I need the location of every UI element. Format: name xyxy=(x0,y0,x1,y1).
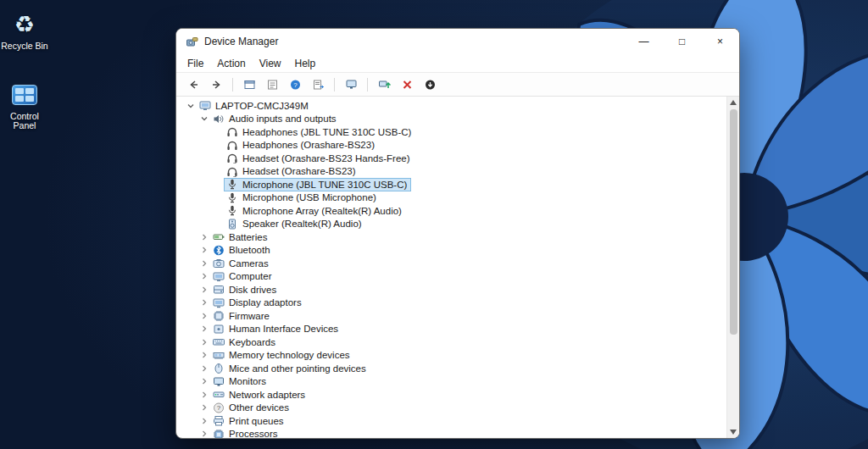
minimize-button[interactable]: — xyxy=(625,29,663,54)
scrollbar-thumb[interactable] xyxy=(730,109,737,335)
update-driver-button[interactable] xyxy=(374,75,394,94)
tree-item-body[interactable]: Headset (Orashare-BS23 Hands-Free) xyxy=(224,152,415,165)
show-console-tree-button[interactable] xyxy=(239,75,259,94)
tree-item-body[interactable]: Batteries xyxy=(210,230,271,244)
help-button[interactable]: ? xyxy=(285,75,305,94)
menu-file[interactable]: File xyxy=(181,56,210,71)
chevron-placeholder xyxy=(211,192,224,202)
tree-item-mice-and-other-pointing-devices[interactable]: Mice and other pointing devices xyxy=(176,362,726,375)
desktop-icon-control-panel[interactable]: Control Panel xyxy=(0,80,49,131)
chevron-right-icon[interactable] xyxy=(198,285,210,295)
vertical-scrollbar[interactable] xyxy=(726,97,739,438)
tree-item-bluetooth[interactable]: Bluetooth xyxy=(176,244,726,258)
chevron-right-icon[interactable] xyxy=(198,376,210,386)
menu-action[interactable]: Action xyxy=(210,56,252,71)
chevron-right-icon[interactable] xyxy=(198,297,210,308)
back-button[interactable] xyxy=(183,75,203,94)
tree-item-other-devices[interactable]: ?Other devices xyxy=(176,402,726,415)
tree-item-speaker-realtek-r-audio[interactable]: Speaker (Realtek(R) Audio) xyxy=(176,218,726,231)
tree-item-body[interactable]: Computer xyxy=(210,269,276,283)
tree-item-body[interactable]: Human Interface Devices xyxy=(210,322,342,335)
tree-item-headset-orashare-bs23-hands-free[interactable]: Headset (Orashare-BS23 Hands-Free) xyxy=(176,152,726,165)
tree-item-headphones-orashare-bs23[interactable]: Headphones (Orashare-BS23) xyxy=(176,139,726,152)
chevron-right-icon[interactable] xyxy=(198,258,210,269)
properties-button[interactable] xyxy=(262,75,282,94)
tree-item-computer[interactable]: Computer xyxy=(176,270,726,284)
tree-item-body[interactable]: Microphone Array (Realtek(R) Audio) xyxy=(224,204,406,218)
chevron-right-icon[interactable] xyxy=(198,245,210,255)
chevron-right-icon[interactable] xyxy=(198,350,210,360)
tree-item-firmware[interactable]: Firmware xyxy=(176,309,726,323)
tree-item-body[interactable]: Audio inputs and outputs xyxy=(210,112,341,125)
tree-item-body[interactable]: Keyboards xyxy=(210,335,280,349)
tree-item-body[interactable]: Memory technology devices xyxy=(210,348,354,362)
svg-text:?: ? xyxy=(217,404,221,412)
scan-hardware-icon xyxy=(424,79,437,91)
device-monitor-button[interactable] xyxy=(341,75,361,94)
maximize-button[interactable]: □ xyxy=(663,29,701,54)
tree-item-disk-drives[interactable]: Disk drives xyxy=(176,283,726,297)
close-button[interactable]: × xyxy=(701,29,739,54)
tree-item-processors[interactable]: Processors xyxy=(176,428,726,439)
tree-item-laptop-cmcj349m[interactable]: LAPTOP-CMCJ349M xyxy=(176,99,726,113)
tree-item-headset-orashare-bs23[interactable]: Headset (Orashare-BS23) xyxy=(176,165,726,179)
tree-item-microphone-usb-microphone[interactable]: Microphone (USB Microphone) xyxy=(176,191,726,205)
tree-item-body[interactable]: Network adapters xyxy=(210,388,309,402)
tree-item-body[interactable]: Microphone (USB Microphone) xyxy=(224,191,381,204)
chevron-right-icon[interactable] xyxy=(198,363,210,374)
help-icon: ? xyxy=(289,79,302,91)
export-list-button[interactable] xyxy=(308,75,328,94)
tree-item-body[interactable]: Monitors xyxy=(210,374,270,388)
tree-item-body[interactable]: Headset (Orashare-BS23) xyxy=(224,164,360,178)
tree-item-body[interactable]: Speaker (Realtek(R) Audio) xyxy=(224,217,366,230)
scan-hardware-changes-button[interactable] xyxy=(420,75,440,94)
recycle-bin-icon: ♻ xyxy=(9,10,40,39)
headphones-icon xyxy=(225,126,239,137)
tree-item-network-adapters[interactable]: Network adapters xyxy=(176,388,726,402)
chevron-right-icon[interactable] xyxy=(198,311,210,321)
forward-button[interactable] xyxy=(206,75,226,94)
scroll-down-button[interactable] xyxy=(727,426,739,438)
tree-item-cameras[interactable]: Cameras xyxy=(176,257,726,270)
chevron-right-icon[interactable] xyxy=(198,271,210,281)
chevron-right-icon[interactable] xyxy=(198,232,210,242)
tree-item-body[interactable]: LAPTOP-CMCJ349M xyxy=(197,99,313,113)
tree-item-body[interactable]: Bluetooth xyxy=(210,243,275,257)
tree-item-headphones-jbl-tune-310c-usb-c[interactable]: Headphones (JBL TUNE 310C USB-C) xyxy=(176,125,726,139)
tree-item-microphone-array-realtek-r-audio[interactable]: Microphone Array (Realtek(R) Audio) xyxy=(176,204,726,218)
tree-item-batteries[interactable]: Batteries xyxy=(176,230,726,244)
tree-item-monitors[interactable]: Monitors xyxy=(176,375,726,389)
chevron-right-icon[interactable] xyxy=(198,324,210,334)
tree-item-memory-technology-devices[interactable]: Memory technology devices xyxy=(176,349,726,363)
tree-item-body[interactable]: ?Other devices xyxy=(210,401,293,414)
tree-item-print-queues[interactable]: Print queues xyxy=(176,414,726,428)
tree-item-body[interactable]: Print queues xyxy=(210,414,288,428)
chevron-right-icon[interactable] xyxy=(198,402,210,413)
tree-item-keyboards[interactable]: Keyboards xyxy=(176,335,726,349)
tree-item-body[interactable]: Disk drives xyxy=(210,283,281,297)
tree-item-audio-inputs-and-outputs[interactable]: Audio inputs and outputs xyxy=(176,113,726,126)
chevron-right-icon[interactable] xyxy=(198,416,210,426)
tree-item-body[interactable]: Cameras xyxy=(210,257,273,270)
tree-item-body[interactable]: Microphone (JBL TUNE 310C USB-C) xyxy=(224,178,411,191)
chevron-right-icon[interactable] xyxy=(198,337,210,347)
menu-view[interactable]: View xyxy=(253,56,288,71)
chevron-down-icon[interactable] xyxy=(184,101,197,111)
tree-item-body[interactable]: Processors xyxy=(210,427,282,438)
tree-item-body[interactable]: Firmware xyxy=(210,309,274,323)
chevron-down-icon[interactable] xyxy=(198,114,210,124)
menu-help[interactable]: Help xyxy=(288,56,323,71)
tree-item-body[interactable]: Headphones (JBL TUNE 310C USB-C) xyxy=(224,125,415,139)
tree-item-body[interactable]: Display adaptors xyxy=(210,296,306,309)
tree-item-microphone-jbl-tune-310c-usb-c[interactable]: Microphone (JBL TUNE 310C USB-C) xyxy=(176,178,726,191)
chevron-right-icon[interactable] xyxy=(198,429,210,438)
scroll-up-button[interactable] xyxy=(727,97,739,108)
tree-item-human-interface-devices[interactable]: Human Interface Devices xyxy=(176,323,726,336)
tree-item-body[interactable]: Headphones (Orashare-BS23) xyxy=(224,138,379,152)
uninstall-device-button[interactable] xyxy=(397,75,417,94)
chevron-placeholder xyxy=(211,140,224,150)
tree-item-display-adaptors[interactable]: Display adaptors xyxy=(176,297,726,310)
chevron-right-icon[interactable] xyxy=(198,390,210,400)
tree-item-body[interactable]: Mice and other pointing devices xyxy=(210,362,370,375)
desktop-icon-recycle-bin[interactable]: ♻Recycle Bin xyxy=(0,10,49,52)
